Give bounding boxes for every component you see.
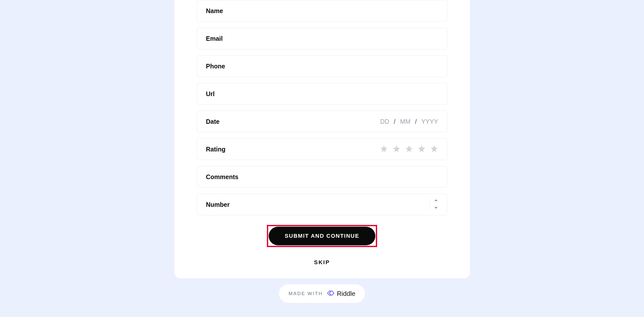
name-field[interactable]: Name	[197, 0, 447, 22]
svg-rect-1	[329, 291, 334, 296]
made-with-label: MADE WITH	[289, 291, 323, 296]
number-stepper	[434, 198, 438, 211]
url-label: Url	[206, 90, 215, 98]
number-field[interactable]: Number	[197, 194, 447, 215]
star-icon[interactable]	[392, 145, 400, 154]
riddle-brand-text: Riddle	[337, 290, 355, 298]
made-with-pill[interactable]: MADE WITH Riddle	[279, 284, 365, 303]
date-dd[interactable]: DD	[380, 118, 389, 125]
phone-field[interactable]: Phone	[197, 55, 447, 77]
chevron-down-icon[interactable]	[434, 205, 438, 211]
star-icon[interactable]	[380, 145, 388, 154]
comments-label: Comments	[206, 173, 238, 181]
url-field[interactable]: Url	[197, 83, 447, 105]
date-yyyy[interactable]: YYYY	[421, 118, 438, 125]
date-sep-1: /	[394, 118, 395, 125]
rating-field: Rating	[197, 138, 447, 160]
rating-label: Rating	[206, 146, 226, 153]
chevron-up-icon[interactable]	[434, 198, 438, 204]
email-label: Email	[206, 35, 223, 42]
phone-label: Phone	[206, 63, 225, 70]
date-mm[interactable]: MM	[400, 118, 411, 125]
date-inputs: DD / MM / YYYY	[380, 118, 438, 125]
submit-highlight: SUBMIT AND CONTINUE	[267, 225, 377, 247]
rating-stars	[380, 145, 438, 154]
star-icon[interactable]	[418, 145, 426, 154]
name-label: Name	[206, 7, 223, 15]
star-icon[interactable]	[405, 145, 413, 154]
submit-wrap: SUBMIT AND CONTINUE	[197, 225, 447, 247]
date-sep-2: /	[415, 118, 417, 125]
riddle-logo: Riddle	[326, 289, 355, 298]
comments-field[interactable]: Comments	[197, 166, 447, 188]
number-label: Number	[206, 201, 230, 208]
date-label: Date	[206, 118, 220, 125]
submit-button[interactable]: SUBMIT AND CONTINUE	[269, 227, 375, 245]
skip-button[interactable]: SKIP	[314, 259, 330, 266]
skip-wrap: SKIP	[197, 259, 447, 266]
form-card: Name Email Phone Url Date DD / MM / YYYY…	[174, 0, 470, 278]
number-divider	[429, 199, 429, 210]
riddle-icon	[326, 289, 335, 298]
email-field[interactable]: Email	[197, 28, 447, 49]
date-field[interactable]: Date DD / MM / YYYY	[197, 111, 447, 132]
star-icon[interactable]	[430, 145, 438, 154]
